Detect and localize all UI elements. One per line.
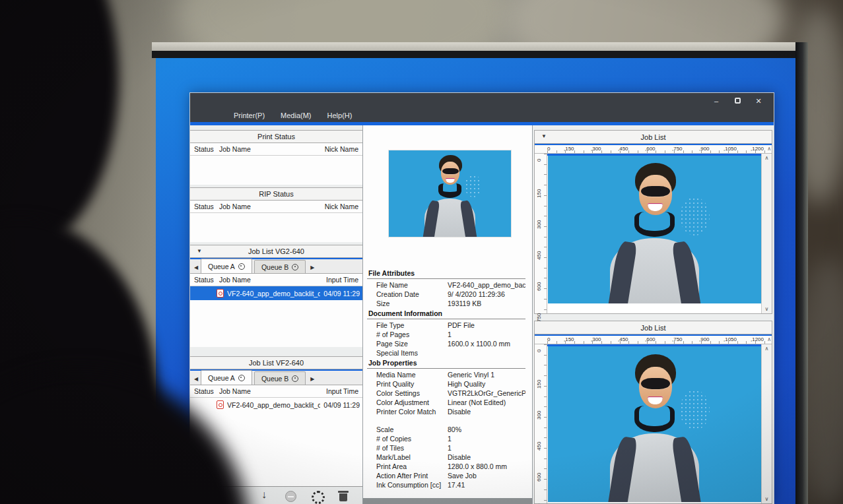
detail-value: 9/ 4/2020 11:29:36 bbox=[448, 290, 525, 299]
remove-icon[interactable] bbox=[285, 489, 298, 503]
ruler-tick-label: 750 bbox=[536, 313, 542, 322]
detail-value: Disable bbox=[448, 453, 525, 462]
tab-queue-b[interactable]: Queue B bbox=[254, 260, 306, 273]
preview2-header[interactable]: Job List bbox=[535, 321, 772, 334]
detail-value bbox=[448, 348, 525, 358]
detail-label: Print Area bbox=[367, 462, 448, 471]
menu-bar: Printer(P)Media(M)Help(H) bbox=[190, 109, 774, 122]
preview1-scrollbar[interactable]: ∧ ∨ bbox=[761, 154, 772, 313]
rip-status-title: RIP Status bbox=[259, 190, 293, 198]
job-row[interactable]: VF2-640_app_demo_backlit_dp...04/09 11:2… bbox=[190, 286, 362, 300]
headphones bbox=[634, 212, 675, 237]
halftone-dots bbox=[680, 197, 710, 236]
layout-preview-panel-1: ▼ Job List ∧ 0,150,300,450,600,750,900,1… bbox=[534, 130, 772, 314]
chevron-down-icon[interactable]: ▼ bbox=[541, 133, 547, 139]
scroll-up-icon[interactable]: ∧ bbox=[765, 155, 769, 161]
print-status-header[interactable]: Print Status bbox=[190, 130, 362, 143]
ruler-tick-label: ,1050 bbox=[724, 336, 737, 342]
detail-label: Mark/Label bbox=[367, 453, 448, 462]
detail-row: # of Copies1 bbox=[367, 434, 525, 443]
monitor-bezel-top-edge bbox=[152, 51, 807, 58]
detail-row: Action After PrintSave Job bbox=[367, 471, 525, 480]
scroll-down-icon[interactable]: ∨ bbox=[765, 306, 769, 312]
rip-status-list[interactable] bbox=[190, 213, 362, 242]
tab-queue-b[interactable]: Queue B bbox=[254, 371, 306, 385]
print-job-artwork[interactable] bbox=[548, 156, 761, 303]
scroll-up-icon[interactable]: ∧ bbox=[767, 146, 771, 152]
ruler-tick-label: 150 bbox=[536, 380, 542, 389]
maximize-button[interactable] bbox=[729, 96, 746, 106]
download-icon[interactable] bbox=[258, 489, 271, 503]
column-header-status: Status bbox=[194, 276, 217, 284]
vg2-job-list[interactable]: VF2-640_app_demo_backlit_dp...04/09 11:2… bbox=[190, 286, 362, 347]
ruler-tick-label: 450 bbox=[536, 251, 542, 260]
rip-status-columns: StatusJob NameNick Name bbox=[190, 201, 362, 213]
ruler-tick-label: 450 bbox=[536, 442, 542, 451]
detail-value: 1 bbox=[448, 434, 525, 443]
ruler-tick-label: 600 bbox=[536, 473, 542, 482]
column-header-nick-name: Nick Name bbox=[325, 145, 358, 153]
preview1-canvas[interactable] bbox=[547, 154, 761, 313]
panel-bottom-strip bbox=[363, 498, 532, 504]
job-preview-thumbnail[interactable] bbox=[389, 150, 511, 237]
tab-queue-a[interactable]: Queue A bbox=[201, 370, 252, 385]
ruler-tick-label: ,450 bbox=[618, 146, 628, 152]
print-status-list[interactable] bbox=[190, 156, 362, 185]
ruler-tick-label: ,1200 bbox=[751, 146, 764, 152]
vertical-ruler: 0150300450600750900 bbox=[535, 154, 547, 313]
column-header-job-name: Job Name bbox=[217, 145, 325, 153]
print-job-artwork[interactable] bbox=[548, 346, 761, 502]
tab-scroll-right-icon[interactable]: ▶ bbox=[308, 373, 317, 385]
preview2-canvas[interactable] bbox=[547, 344, 761, 503]
headphones bbox=[634, 406, 675, 432]
detail-row: # of Pages1 bbox=[367, 330, 525, 339]
menu-item-printerp[interactable]: Printer(P) bbox=[227, 110, 271, 121]
monitor-screen: –✕ Printer(P)Media(M)Help(H) Print Statu… bbox=[156, 58, 795, 504]
detail-label: # of Copies bbox=[367, 434, 448, 443]
chevron-down-icon[interactable]: ▼ bbox=[197, 248, 202, 254]
detail-label: Print Quality bbox=[367, 379, 448, 389]
print-status-title: Print Status bbox=[257, 133, 295, 141]
detail-value: 193119 KB bbox=[448, 299, 525, 308]
minimize-button[interactable]: – bbox=[708, 96, 725, 106]
job-properties-table: Scale80%# of Copies1# of Tiles1Mark/Labe… bbox=[367, 425, 525, 489]
tab-scroll-left-icon[interactable]: ◀ bbox=[191, 261, 201, 273]
scroll-up-icon[interactable]: ∧ bbox=[765, 346, 769, 352]
detail-label: Page Size bbox=[367, 339, 448, 348]
delete-icon[interactable] bbox=[337, 489, 351, 503]
ruler-tick-label: 0 bbox=[536, 159, 542, 162]
smile bbox=[446, 178, 454, 183]
job-input-time: 04/09 11:29 bbox=[323, 401, 360, 409]
job-list-vg2-header[interactable]: ▼ Job List VG2-640 bbox=[190, 245, 362, 258]
column-header-nick-name: Nick Name bbox=[325, 203, 358, 210]
window-titlebar: –✕ bbox=[190, 93, 774, 109]
scroll-down-icon[interactable]: ∨ bbox=[765, 496, 769, 502]
ruler-tick-label: ,150 bbox=[564, 146, 574, 152]
ruler-tick-label: ,450 bbox=[618, 336, 628, 342]
maximize-icon bbox=[735, 98, 741, 104]
halftone-dots bbox=[680, 390, 710, 430]
detail-row: Color AdjustmentLinear (Not Edited) bbox=[367, 398, 525, 407]
job-list-vf2-header[interactable]: Job List VF2-640 bbox=[190, 356, 362, 369]
scroll-up-icon[interactable]: ∧ bbox=[767, 336, 771, 342]
menu-item-mediam[interactable]: Media(M) bbox=[274, 110, 318, 121]
close-button[interactable]: ✕ bbox=[750, 96, 767, 106]
menu-item-helph[interactable]: Help(H) bbox=[321, 110, 359, 121]
detail-value: VGTR2LkOrGr_GenericPVC... bbox=[448, 389, 525, 398]
preview2-scrollbar[interactable]: ∧ ∨ bbox=[761, 344, 772, 503]
spacer bbox=[367, 416, 525, 425]
rip-status-header[interactable]: RIP Status bbox=[190, 187, 362, 201]
tab-scroll-left-icon[interactable]: ◀ bbox=[191, 373, 201, 385]
horizontal-ruler: ∧ 0,150,300,450,600,750,900,1050,1200 bbox=[535, 145, 772, 154]
tab-label: Queue A bbox=[208, 374, 235, 382]
ruler-tick-label: ,1200 bbox=[751, 336, 764, 342]
vertical-ruler: 0150300450600750900 bbox=[535, 344, 547, 503]
detail-value: 1 bbox=[448, 330, 525, 339]
preview1-header[interactable]: ▼ Job List bbox=[535, 131, 772, 144]
tab-queue-a[interactable]: Queue A bbox=[201, 259, 252, 273]
ruler-tick-label: ,750 bbox=[672, 336, 683, 342]
detail-label: Special Items bbox=[367, 348, 448, 358]
job-row[interactable]: VF2-640_app_demo_backlit_dp...04/09 11:2… bbox=[190, 398, 362, 412]
tab-scroll-right-icon[interactable]: ▶ bbox=[308, 261, 317, 273]
processing-icon[interactable] bbox=[311, 489, 324, 503]
